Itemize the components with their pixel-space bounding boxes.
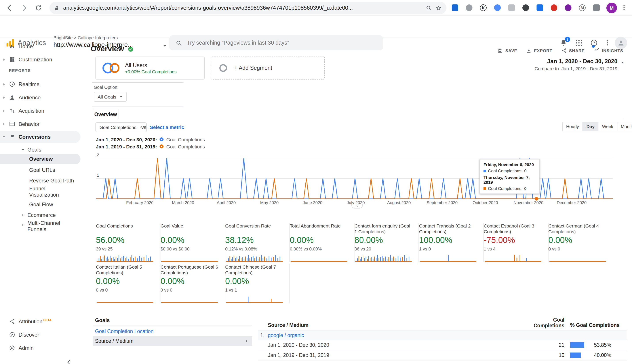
sidebar-item-multi-channel-funnels[interactable]: Multi-Channel Funnels: [0, 219, 81, 233]
chart-expand-handle[interactable]: [351, 204, 363, 208]
extension-icon-gray-square[interactable]: [508, 4, 515, 11]
sidebar-item-acquisition[interactable]: Acquisition: [0, 105, 81, 116]
sidebar-item-goal-urls[interactable]: Goal URLs: [0, 164, 81, 176]
table-subrow-2019: Jan 1, 2019 - Dec 31, 2019 10 40.00%: [258, 350, 627, 360]
account-avatar[interactable]: [615, 37, 627, 49]
browser-refresh-button[interactable]: [35, 4, 43, 12]
scorecard-value[interactable]: 38.12%: [225, 236, 283, 245]
address-bar[interactable]: analytics.google.com/analytics/web/#/rep…: [50, 2, 446, 14]
property-caret-icon[interactable]: [163, 44, 167, 48]
share-button[interactable]: SHARE: [561, 48, 585, 53]
vs-label: vs.: [141, 124, 148, 130]
export-button[interactable]: EXPORT: [526, 48, 552, 53]
expand-arrow-icon[interactable]: [2, 82, 6, 86]
url-text[interactable]: analytics.google.com/analytics/web/#/rep…: [63, 5, 422, 11]
dimension-source-medium[interactable]: Source / Medium: [93, 336, 252, 346]
header-menu-icon[interactable]: [604, 39, 611, 46]
extension-icon-blue-bars[interactable]: [452, 4, 458, 11]
help-icon[interactable]: ?: [590, 39, 598, 47]
expand-arrow-icon[interactable]: [2, 109, 6, 113]
extension-icon-dark-cat[interactable]: [522, 4, 529, 11]
granularity-day[interactable]: Day: [582, 122, 599, 131]
scorecard: Goal Completions56.00%39 vs 25: [96, 223, 161, 262]
sidebar-item-audience[interactable]: Audience: [0, 92, 81, 103]
scorecard-comparison: 1 vs 0: [419, 246, 477, 251]
scorecard-comparison: 39 vs 25: [96, 246, 154, 251]
collapse-arrow-icon[interactable]: [2, 135, 6, 139]
sidebar-label: Audience: [19, 94, 41, 101]
sidebar-item-goals-overview[interactable]: Overview: [0, 154, 81, 164]
search-input[interactable]: [187, 40, 377, 46]
granularity-week[interactable]: Week: [598, 122, 617, 131]
scorecard: Contact Espanol (Goal 3 Completions)-75.…: [484, 223, 548, 262]
expand-arrow-icon[interactable]: [2, 96, 6, 100]
apps-grid-icon[interactable]: [575, 39, 583, 47]
sidebar-item-behavior[interactable]: Behavior: [0, 118, 81, 130]
extension-icon-blue-bird[interactable]: [494, 4, 501, 11]
source-medium-link[interactable]: google / organic: [268, 333, 304, 338]
extension-icon-cloud[interactable]: [466, 4, 472, 11]
acquisition-icon: [9, 107, 16, 114]
dimension-goal-completion-location[interactable]: Goal Completion Location: [93, 326, 252, 336]
add-segment-button[interactable]: + Add Segment: [211, 56, 325, 80]
segment-all-users[interactable]: All Users +0.00% Goal Completions: [96, 56, 205, 80]
url-search-icon[interactable]: [426, 5, 432, 11]
svg-text:August 2020: August 2020: [387, 200, 411, 205]
extension-icon-m[interactable]: M: [579, 4, 585, 11]
sidebar-item-funnel-visualization[interactable]: Funnel Visualization: [0, 185, 81, 199]
scorecard-title: Contact form enquiry (Goal 1 Completions…: [354, 223, 413, 235]
sidebar-item-admin[interactable]: Admin: [0, 342, 81, 354]
extension-icon-puzzle[interactable]: [593, 4, 600, 11]
select-a-metric-link[interactable]: Select a metric: [150, 124, 184, 130]
browser-forward-button[interactable]: [20, 4, 28, 12]
date-caret-icon[interactable]: [620, 60, 625, 65]
column-pct-goal-completions[interactable]: % Goal Completions: [570, 322, 620, 328]
sidebar-item-discover[interactable]: Discover: [0, 329, 81, 340]
metric-selector[interactable]: Goal Completions: [96, 122, 147, 132]
scorecard-value[interactable]: 0.00%: [548, 236, 607, 245]
sidebar-collapse-icon[interactable]: [66, 359, 73, 364]
extension-icon-purple[interactable]: [565, 4, 571, 11]
scorecard-value[interactable]: -75.00%: [484, 236, 542, 245]
sidebar-item-customization[interactable]: Customization: [0, 54, 81, 66]
column-goal-completions[interactable]: Goal Completions: [533, 317, 564, 329]
browser-back-button[interactable]: [5, 4, 13, 12]
scorecard-value[interactable]: 0.00%: [290, 236, 348, 245]
global-search[interactable]: [169, 35, 383, 50]
property-selector[interactable]: http://www.calliope-interpre...: [54, 41, 133, 48]
expand-arrow-icon[interactable]: [2, 58, 6, 62]
scorecard-value[interactable]: 0.00%: [225, 276, 283, 286]
browser-profile-avatar[interactable]: M: [606, 3, 617, 13]
analytics-logo-icon[interactable]: [5, 38, 15, 48]
expand-arrow-icon[interactable]: [21, 213, 25, 217]
expand-arrow-icon[interactable]: [2, 122, 6, 126]
sidebar-item-conversions[interactable]: Conversions: [0, 131, 81, 143]
extension-icon-blue-square[interactable]: [536, 4, 543, 11]
row-index: 1.: [260, 333, 265, 338]
expand-arrow-icon[interactable]: [21, 223, 25, 226]
breadcrumb[interactable]: BrightSite > Calliope-Interpreters: [54, 35, 118, 40]
granularity-month[interactable]: Month: [617, 122, 632, 131]
scorecard-value[interactable]: 0.00%: [161, 236, 219, 245]
browser-menu-icon[interactable]: [620, 4, 627, 11]
sidebar-item-goal-flow[interactable]: Goal Flow: [0, 199, 81, 210]
arrow-right-icon: [245, 339, 248, 343]
scorecard-value[interactable]: 100.00%: [419, 236, 477, 245]
column-source-medium[interactable]: Source / Medium: [268, 322, 308, 328]
sidebar-item-realtime[interactable]: Realtime: [0, 79, 81, 90]
sidebar-item-attribution[interactable]: AttributionBETA: [0, 316, 81, 327]
save-button[interactable]: SAVE: [497, 48, 517, 53]
tab-overview[interactable]: Overview: [93, 109, 119, 119]
scorecard-value[interactable]: 80.00%: [354, 236, 413, 245]
goal-option-select[interactable]: All Goals: [94, 92, 127, 102]
scorecard-value[interactable]: 56.00%: [96, 236, 154, 245]
scorecard-value[interactable]: 0.00%: [96, 276, 154, 286]
extension-icon-k[interactable]: K: [480, 4, 487, 11]
granularity-hourly[interactable]: Hourly: [562, 122, 583, 131]
scorecard-value[interactable]: 0.00%: [161, 276, 219, 286]
svg-text:April 2020: April 2020: [217, 200, 236, 205]
date-range-selector[interactable]: Jan 1, 2020 - Dec 30, 2020 Compare to: J…: [534, 58, 617, 71]
extension-icon-red-figure[interactable]: [551, 4, 557, 11]
collapse-arrow-icon[interactable]: [21, 148, 25, 152]
bookmark-star-icon[interactable]: [435, 5, 442, 11]
